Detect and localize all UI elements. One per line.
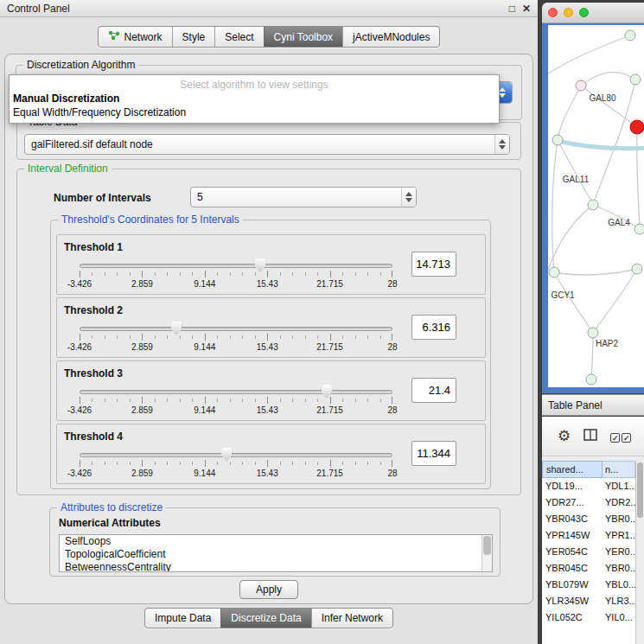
tab-jactivemnodules[interactable]: jActiveMNodules — [342, 27, 439, 47]
slider-tick — [330, 460, 331, 467]
tab-impute-data[interactable]: Impute Data — [145, 609, 220, 628]
cell-shared-name: YIL052C — [542, 609, 603, 626]
dropdown-option-equal-width-frequency[interactable]: Equal Width/Frequency Discretization — [10, 105, 499, 119]
table-row[interactable]: YDR27...YDR2... — [542, 494, 635, 511]
scrollbar-thumb[interactable] — [483, 536, 491, 555]
threshold-value-field[interactable]: 14.713 — [411, 252, 456, 277]
slider-tick — [392, 334, 392, 341]
threshold-slider[interactable]: -3.426 2.859 9.144 15.43 21.715 28 — [80, 447, 392, 483]
node-label: GCY1 — [551, 290, 575, 300]
table-data-group: Table Data galFiltered.sif default node — [16, 122, 521, 160]
gene-node-gal80[interactable] — [576, 80, 586, 91]
tab-infer-network[interactable]: Infer Network — [311, 609, 392, 628]
list-item[interactable]: TopologicalCoefficient — [60, 548, 492, 561]
tab-select[interactable]: Select — [214, 27, 263, 47]
minimize-window-icon[interactable] — [564, 8, 573, 17]
threshold-slider[interactable]: -3.426 2.859 9.144 15.43 21.715 28 — [80, 321, 392, 357]
column-header-name[interactable]: n... — [603, 461, 635, 478]
slider-minor-ticks — [80, 399, 392, 402]
tab-discretize-data[interactable]: Discretize Data — [220, 609, 310, 628]
tab-style[interactable]: Style — [172, 27, 215, 47]
close-panel-icon[interactable]: ✕ — [522, 3, 531, 14]
cell-shared-name: YLR345W — [542, 593, 603, 609]
slider-track[interactable] — [80, 453, 392, 457]
gene-node[interactable] — [625, 30, 635, 41]
close-window-icon[interactable] — [548, 8, 558, 17]
table-row[interactable]: YIL052CYIL0... — [542, 609, 635, 626]
table-row[interactable]: YBR043CYBR0... — [542, 511, 635, 527]
slider-tick — [80, 460, 80, 467]
threshold-panel-4: Threshold 4 -3.426 2.859 9.144 — [56, 424, 486, 484]
combobox-arrows-icon[interactable] — [494, 135, 509, 154]
apply-button[interactable]: Apply — [239, 580, 298, 599]
list-scrollbar[interactable] — [481, 535, 492, 571]
slider-track[interactable] — [80, 327, 392, 331]
table-row[interactable]: YDL19...YDL1... — [542, 478, 635, 494]
slider-track[interactable] — [80, 390, 392, 394]
slider-tick — [330, 397, 331, 404]
table-scrollbar[interactable] — [635, 461, 644, 644]
table-data-combobox[interactable]: galFiltered.sif default node — [24, 134, 510, 155]
number-of-intervals-combobox[interactable]: 5 — [190, 187, 417, 207]
gene-node[interactable] — [632, 264, 642, 274]
network-window-titlebar[interactable] — [542, 3, 644, 23]
select-all-columns-icon[interactable]: ✓✓ — [610, 429, 631, 444]
threshold-panel-2: Threshold 2 -3.426 2.859 9.144 — [56, 297, 486, 358]
table-row[interactable]: YPR145WYPR1... — [542, 527, 635, 544]
slider-minor-ticks — [80, 335, 392, 339]
combobox-arrows-icon[interactable] — [401, 188, 416, 207]
slider-scale: -3.426 2.859 9.144 15.43 21.715 28 — [80, 342, 392, 353]
scale-label: 21.715 — [316, 405, 343, 415]
scale-label: 15.43 — [257, 342, 278, 352]
table-row[interactable]: YLR345WYLR3... — [542, 593, 635, 609]
gene-node[interactable] — [630, 74, 641, 85]
list-item[interactable]: SelfLoops — [60, 535, 492, 548]
slider-tick — [80, 397, 80, 404]
threshold-value-field[interactable]: 11.344 — [411, 441, 456, 466]
network-nodes[interactable] — [549, 30, 644, 385]
tab-cyni-toolbox[interactable]: Cyni Toolbox — [264, 27, 342, 47]
selected-gene-node[interactable] — [630, 120, 644, 134]
table-panel: ⚙ ✓✓ shared... n... YDL19...YDL1... YDR2… — [542, 417, 644, 644]
table-row[interactable]: YBL079WYBL0... — [542, 577, 635, 593]
show-columns-icon[interactable] — [583, 429, 597, 444]
slider-tick — [142, 397, 143, 404]
column-header-shared-name[interactable]: shared... — [542, 461, 603, 478]
scrollbar-thumb[interactable] — [637, 462, 643, 518]
gene-node[interactable] — [586, 374, 596, 385]
threshold-value-field[interactable]: 6.316 — [411, 315, 456, 340]
dropdown-option-manual-discretization[interactable]: Manual Discretization — [10, 92, 499, 105]
gene-node-hap2[interactable] — [588, 328, 598, 338]
table-row[interactable]: YER054CYER0... — [542, 544, 635, 560]
slider-tick — [330, 334, 331, 341]
threshold-value-field[interactable]: 21.4 — [411, 378, 456, 403]
tab-network[interactable]: Network — [99, 27, 172, 47]
network-canvas[interactable]: GAL80 GAL11 GAL4 GCY1 HAP2 — [548, 25, 644, 387]
slider-track[interactable] — [80, 264, 392, 268]
list-item[interactable]: BetweennessCentrality — [60, 561, 492, 572]
table-row[interactable]: YBR045CYBR0... — [542, 560, 635, 577]
algorithm-dropdown-list: Select algorithm to view settings Manual… — [9, 74, 500, 124]
slider-thumb[interactable] — [254, 258, 265, 272]
slider-thumb[interactable] — [171, 322, 182, 335]
threshold-slider[interactable]: -3.426 2.859 9.144 15.43 21.715 28 — [80, 384, 392, 420]
gene-node-gcy1[interactable] — [549, 267, 559, 277]
gene-node-gal11[interactable] — [552, 135, 563, 145]
threshold-slider[interactable]: -3.426 2.859 9.144 15.43 21.715 28 — [80, 258, 392, 294]
gene-node[interactable] — [634, 224, 644, 234]
slider-tick — [142, 460, 143, 467]
slider-thumb[interactable] — [221, 448, 233, 462]
cell-name: YBR0... — [603, 511, 635, 527]
cell-shared-name: YBR043C — [542, 511, 603, 527]
gear-icon[interactable]: ⚙ — [558, 429, 571, 443]
cell-name: YPR1... — [603, 527, 635, 544]
group-title: Threshold's Coordinates for 5 Intervals — [58, 214, 243, 226]
scale-label: 2.859 — [131, 469, 153, 478]
node-label: HAP2 — [596, 339, 619, 348]
zoom-window-icon[interactable] — [579, 8, 589, 17]
slider-tick — [205, 271, 206, 277]
scale-label: 2.859 — [131, 405, 153, 415]
float-window-icon[interactable]: □ — [509, 3, 515, 14]
gene-node-gal4[interactable] — [588, 200, 598, 210]
attributes-list[interactable]: SelfLoops TopologicalCoefficient Between… — [59, 534, 493, 572]
